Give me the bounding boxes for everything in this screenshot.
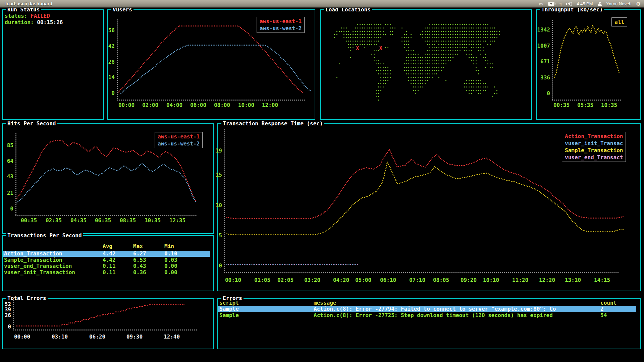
panel-hits-per-second: Hits Per Second xyxy=(2,123,214,234)
panel-errors: Errors xyxy=(217,298,641,349)
panel-transaction-response-time: Transaction Response Time (sec) xyxy=(217,123,641,291)
user-icon[interactable] xyxy=(598,2,602,6)
panel-load-locations: Load Locations xyxy=(320,9,532,120)
panel-title: Errors xyxy=(221,295,244,301)
system-tray: ✉ ↑↓ )) 4:45 PM Yaron Naveh ⚙ xyxy=(539,1,641,6)
panel-title: Transactions Per Second xyxy=(6,232,83,239)
panel-run-status: Run Status xyxy=(2,9,104,120)
panel-throughput: Throughput (kb/sec) xyxy=(536,9,641,120)
panel-transactions-per-second: Transactions Per Second xyxy=(2,235,214,291)
titlebar: load-ascii dashboard ✉ ↑↓ )) 4:45 PM Yar… xyxy=(0,0,644,8)
mail-icon[interactable]: ✉ xyxy=(539,1,543,6)
user-name[interactable]: Yaron Naveh xyxy=(606,1,632,6)
volume-icon[interactable]: )) xyxy=(566,2,572,6)
panel-vusers: Vusers xyxy=(107,9,315,120)
battery-icon[interactable] xyxy=(548,2,554,6)
panel-title: Hits Per Second xyxy=(6,120,57,127)
window-title: load-ascii dashboard xyxy=(5,1,52,6)
session-gear-icon[interactable]: ⚙ xyxy=(636,1,641,6)
panel-title: Total Errors xyxy=(6,295,48,301)
clock[interactable]: 4:45 PM xyxy=(577,1,593,6)
panel-title: Transaction Response Time (sec) xyxy=(221,120,324,127)
panel-total-errors: Total Errors xyxy=(2,298,214,349)
network-arrows-icon[interactable]: ↑↓ xyxy=(559,1,561,6)
